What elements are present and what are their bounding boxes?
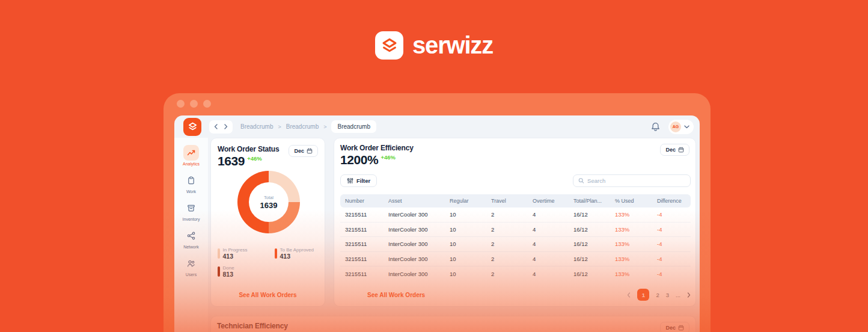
search-input[interactable] [587,177,685,184]
cell-regular: 10 [445,241,486,247]
cell-overtime: 4 [528,241,569,247]
work-order-status-card: Work Order Status 1639 +46% Dec [210,138,325,307]
cell-regular: 10 [445,271,486,277]
see-all-work-orders-link[interactable]: See All Work Orders [367,292,425,298]
card-title: Technician Efficiency [217,322,288,330]
column-header: Number [340,198,384,204]
status-total-value: 1639 [218,154,245,168]
cell-difference: -4 [652,256,691,262]
cell-number: 3215511 [340,211,384,218]
sidebar: Analytics Work [174,138,208,332]
filter-label: Filter [356,177,370,184]
table-footer: See All Work Orders 1 2 3 ... [340,289,691,301]
sidebar-item-inventory[interactable]: Inventory [183,200,200,221]
work-icon [183,173,199,188]
period-label: Dec [665,147,676,153]
cell-total-plan: 16/12 [569,241,610,247]
cell-regular: 10 [445,226,486,233]
forward-button[interactable] [224,124,228,129]
topbar: Breadcrumb > Breadcrumb > Breadcrumb AG [174,115,700,138]
cell-total-plan: 16/12 [569,256,610,262]
cell-travel: 2 [486,211,528,218]
donut-center: Total 1639 [249,182,289,222]
table-row[interactable]: 3215511 InterCooler 300 10 2 4 16/12 133… [340,266,691,281]
column-header: Difference [652,198,691,204]
cell-total-plan: 16/12 [569,211,610,218]
brand: serwizz [0,31,868,60]
table-row[interactable]: 3215511 InterCooler 300 10 2 4 16/12 133… [340,237,691,252]
notifications-bell-icon[interactable] [651,122,660,132]
cell-percent-used: 133% [610,226,652,233]
table-row[interactable]: 3215511 InterCooler 300 10 2 4 16/12 133… [340,223,691,238]
pagination-page-3[interactable]: 3 [666,292,669,298]
back-button[interactable] [214,124,218,129]
sidebar-item-analytics[interactable]: Analytics [183,145,200,166]
card-title: Work Order Status [218,145,279,153]
cell-difference: -4 [652,271,691,277]
calendar-icon [307,148,313,154]
legend-item-to-be-approved: To Be Approved 413 [275,247,319,260]
breadcrumb-item[interactable]: Breadcrumb [286,123,319,130]
analytics-icon [183,145,199,161]
cell-travel: 2 [486,256,528,262]
pagination-page-1[interactable]: 1 [637,289,649,301]
window-dot-maximize[interactable] [203,100,211,108]
calendar-icon [678,147,684,153]
app-logo-icon[interactable] [183,118,201,136]
window-dot-minimize[interactable] [190,100,198,108]
sidebar-item-work[interactable]: Work [183,173,199,194]
cell-percent-used: 133% [610,256,652,262]
pagination-page-2[interactable]: 2 [656,292,659,298]
filter-sliders-icon [347,177,353,184]
breadcrumb-item[interactable]: Breadcrumb [240,123,273,130]
history-nav [209,120,233,134]
search-field [573,174,691,187]
legend-label: Done [223,265,234,271]
see-all-work-orders-link[interactable]: See All Work Orders [211,292,325,298]
topbar-right: AG [651,120,694,134]
column-header: Travel [486,198,528,204]
cell-number: 3215511 [340,271,384,277]
cell-travel: 2 [486,226,528,233]
cell-asset: InterCooler 300 [384,256,445,262]
sidebar-item-users[interactable]: Users [183,256,199,277]
user-menu[interactable]: AG [668,120,694,134]
cell-total-plan: 16/12 [569,226,610,233]
avatar: AG [670,121,681,132]
column-header: % Used [610,198,652,204]
app-content: Breadcrumb > Breadcrumb > Breadcrumb AG [174,115,700,332]
window-dot-close[interactable] [177,100,185,108]
pagination-prev-icon[interactable] [627,292,631,298]
legend-item-done: Done 813 [218,265,275,278]
cell-asset: InterCooler 300 [384,271,445,277]
cell-travel: 2 [486,241,528,247]
page-background: serwizz [0,0,868,332]
sidebar-item-label: Users [186,272,197,277]
column-header: Asset [384,198,445,204]
app-window: Breadcrumb > Breadcrumb > Breadcrumb AG [164,93,711,332]
period-selector[interactable]: Dec [660,144,689,156]
table-header-row: Number Asset Regular Travel Overtime Tot… [340,194,691,208]
period-selector[interactable]: Dec [660,322,689,332]
breadcrumb: Breadcrumb > Breadcrumb > Breadcrumb [240,120,376,133]
pagination-ellipsis[interactable]: ... [676,292,680,298]
pagination-next-icon[interactable] [687,292,691,298]
breadcrumb-item-current[interactable]: Breadcrumb [331,120,376,133]
legend-label: In Progress [223,247,248,253]
legend-value: 413 [223,253,248,260]
sidebar-item-label: Analytics [183,162,200,166]
sidebar-item-label: Network [183,245,199,249]
cell-number: 3215511 [340,226,384,233]
technician-efficiency-card: Technician Efficiency Dec [210,316,696,332]
legend-swatch [218,266,220,277]
cell-asset: InterCooler 300 [384,211,445,218]
efficiency-value: 1200% [340,153,378,167]
status-delta-badge: +46% [247,155,262,162]
sidebar-item-network[interactable]: Network [183,228,199,249]
cell-percent-used: 133% [610,211,652,218]
period-selector[interactable]: Dec [289,145,318,157]
cell-asset: InterCooler 300 [384,226,445,233]
table-row[interactable]: 3215511 InterCooler 300 10 2 4 16/12 133… [340,252,691,267]
table-row[interactable]: 3215511 InterCooler 300 10 2 4 16/12 133… [340,208,691,223]
filter-button[interactable]: Filter [340,174,377,187]
